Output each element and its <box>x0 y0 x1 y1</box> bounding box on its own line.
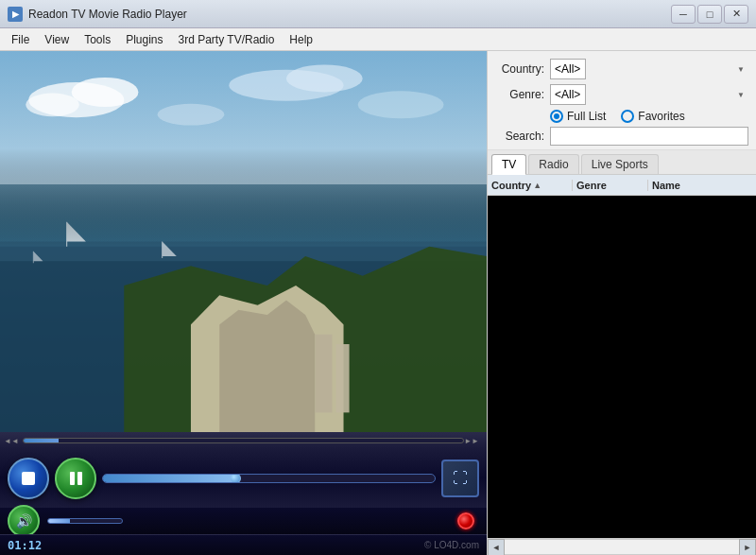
search-input[interactable] <box>550 127 748 146</box>
country-label: Country: <box>495 62 544 76</box>
favorites-label: Favorites <box>638 110 684 123</box>
window-title: Readon TV Movie Radio Player <box>28 8 671 21</box>
country-sort-arrow: ▲ <box>533 181 541 190</box>
seek-bar[interactable] <box>23 438 464 443</box>
volume-bar[interactable] <box>47 518 123 524</box>
speaker-icon: 🔊 <box>16 513 32 529</box>
minimize-button[interactable]: ─ <box>671 5 696 24</box>
menu-help[interactable]: Help <box>282 31 320 48</box>
tab-tv[interactable]: TV <box>491 154 526 175</box>
menu-file[interactable]: File <box>4 31 37 48</box>
maximize-button[interactable]: □ <box>697 5 722 24</box>
channel-content <box>488 196 756 538</box>
stop-icon <box>22 472 35 485</box>
fullscreen-icon: ⛶ <box>453 470 468 487</box>
search-label: Search: <box>495 130 544 143</box>
full-list-radio[interactable] <box>550 110 563 123</box>
pause-button[interactable] <box>55 458 96 499</box>
tabs-area: TV Radio Live Sports <box>488 150 756 175</box>
search-row: Search: <box>495 127 748 146</box>
main-layout: ◄◄ ►► ⛶ <box>0 51 756 555</box>
video-placeholder <box>0 51 487 432</box>
genre-header-label: Genre <box>576 180 607 191</box>
favorites-radio[interactable] <box>621 110 634 123</box>
volume-fill <box>48 519 70 523</box>
stop-button[interactable] <box>8 458 49 499</box>
filter-section: Country: <All> Genre: <All> <box>488 51 756 150</box>
genre-column-header[interactable]: Genre <box>573 180 648 191</box>
controls-area: ⛶ <box>0 449 487 508</box>
fullscreen-button[interactable]: ⛶ <box>441 460 479 497</box>
radio-row: Full List Favorites <box>495 110 748 123</box>
channel-header: Country ▲ Genre Name <box>488 175 756 196</box>
sky-bg <box>0 51 487 203</box>
tab-live-sports[interactable]: Live Sports <box>581 154 659 174</box>
country-filter-row: Country: <All> <box>495 59 748 79</box>
window-controls: ─ □ ✕ <box>671 5 748 24</box>
genre-label: Genre: <box>495 88 544 101</box>
seek-fill <box>24 439 59 442</box>
scroll-right-button[interactable]: ► <box>739 539 756 556</box>
volume-button[interactable]: 🔊 <box>8 505 40 537</box>
left-panel: ◄◄ ►► ⛶ <box>0 51 487 555</box>
menu-3rdparty[interactable]: 3rd Party TV/Radio <box>171 31 283 48</box>
full-list-label: Full List <box>567 110 606 123</box>
seek-right-icon: ►► <box>464 437 479 445</box>
menu-bar: File View Tools Plugins 3rd Party TV/Rad… <box>0 28 756 51</box>
progress-fill <box>103 475 235 482</box>
record-icon <box>457 512 474 529</box>
name-column-header[interactable]: Name <box>648 180 756 191</box>
title-bar: ▶ Readon TV Movie Radio Player ─ □ ✕ <box>0 0 756 28</box>
progress-bar[interactable] <box>102 474 436 483</box>
volume-area: 🔊 <box>0 508 487 534</box>
menu-plugins[interactable]: Plugins <box>118 31 170 48</box>
name-header-label: Name <box>652 180 680 191</box>
seek-bar-area: ◄◄ ►► <box>0 432 487 449</box>
tab-radio[interactable]: Radio <box>528 154 578 174</box>
pause-icon <box>70 472 82 485</box>
full-list-option[interactable]: Full List <box>550 110 606 123</box>
genre-filter-row: Genre: <All> <box>495 84 748 105</box>
channel-list: Country ▲ Genre Name <box>488 175 756 538</box>
seek-left-icon: ◄◄ <box>4 437 19 445</box>
close-button[interactable]: ✕ <box>724 5 748 24</box>
genre-select[interactable]: <All> <box>550 84 586 105</box>
menu-view[interactable]: View <box>37 31 77 48</box>
country-header-label: Country <box>491 180 531 191</box>
progress-knob[interactable] <box>230 474 241 483</box>
time-display: 01:12 <box>8 539 42 552</box>
country-select-wrapper: <All> <box>550 59 748 79</box>
menu-tools[interactable]: Tools <box>77 31 118 48</box>
horizontal-scrollbar: ◄ ► <box>488 538 756 555</box>
bottom-bar: 01:12 © LO4D.com <box>0 534 487 555</box>
video-area[interactable] <box>0 51 487 432</box>
country-column-header[interactable]: Country ▲ <box>488 180 573 191</box>
scroll-left-button[interactable]: ◄ <box>488 539 505 556</box>
progress-container <box>102 474 436 483</box>
right-panel: Country: <All> Genre: <All> <box>487 51 756 555</box>
sea-bg <box>0 184 487 432</box>
scroll-track[interactable] <box>505 539 739 555</box>
record-button[interactable] <box>453 508 479 534</box>
country-select[interactable]: <All> <box>550 59 586 79</box>
favorites-option[interactable]: Favorites <box>621 110 684 123</box>
logo-text: © LO4D.com <box>424 540 479 550</box>
app-icon: ▶ <box>8 7 23 22</box>
genre-select-wrapper: <All> <box>550 84 748 105</box>
